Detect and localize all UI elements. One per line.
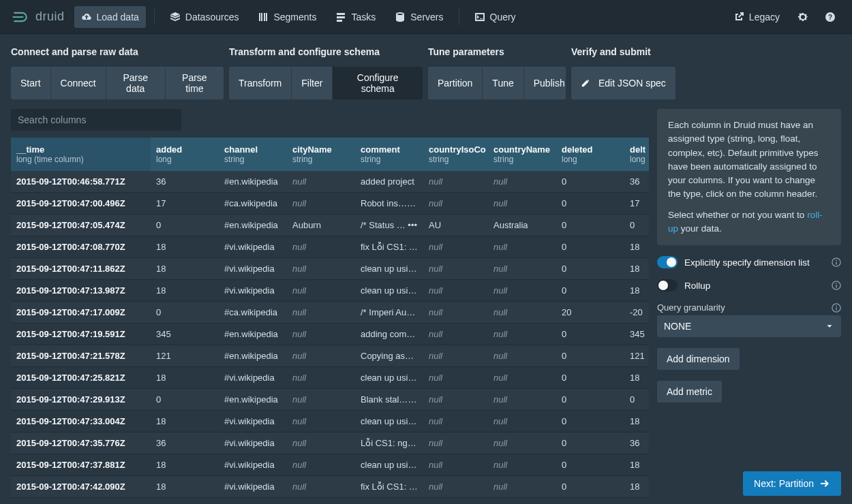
database-icon bbox=[395, 12, 406, 22]
nav-servers[interactable]: Servers bbox=[388, 6, 450, 28]
table-row[interactable]: 2015-09-12T00:47:33.004Z18#vi.wikipedian… bbox=[11, 411, 649, 432]
tab-configure-schema[interactable]: Configure schema bbox=[333, 67, 423, 99]
table-row[interactable]: 2015-09-12T00:46:58.771Z36#en.wikipedian… bbox=[11, 171, 649, 193]
nav-load-data[interactable]: Load data bbox=[74, 6, 146, 28]
nav-legacy[interactable]: Legacy bbox=[727, 6, 787, 28]
cell: null bbox=[287, 171, 355, 193]
cell: null bbox=[423, 454, 488, 476]
rollup-switch[interactable] bbox=[657, 279, 678, 292]
search-columns-input[interactable] bbox=[11, 109, 181, 131]
info-icon[interactable] bbox=[832, 303, 841, 313]
cell: null bbox=[287, 302, 355, 324]
cell: null bbox=[287, 432, 355, 454]
table-row[interactable]: 2015-09-12T00:47:44.963Z0#ru.wikipedianu… bbox=[11, 498, 649, 505]
explicit-dimensions-switch[interactable] bbox=[657, 256, 678, 268]
cell: null bbox=[423, 411, 488, 432]
svg-text:?: ? bbox=[828, 14, 832, 21]
cell: 0 bbox=[556, 193, 624, 215]
cell: 0 bbox=[556, 389, 624, 411]
table-row[interactable]: 2015-09-12T00:47:05.474Z0#en.wikipediaAu… bbox=[11, 215, 649, 236]
tab-edit-json[interactable]: Edit JSON spec bbox=[571, 67, 675, 99]
column-header-__time[interactable]: __timelong (time column) bbox=[11, 138, 151, 171]
cell-time: 2015-09-12T00:47:13.987Z bbox=[11, 280, 151, 302]
cell: null bbox=[287, 367, 355, 389]
cell: 0 bbox=[556, 171, 624, 193]
cell: null bbox=[488, 171, 556, 193]
column-header-cityName[interactable]: cityNamestring bbox=[287, 138, 355, 171]
cell: /* Status … ••• bbox=[355, 215, 423, 236]
table-row[interactable]: 2015-09-12T00:47:17.009Z0#ca.wikipedianu… bbox=[11, 302, 649, 324]
cell: Lỗi CS1: ngà… bbox=[355, 432, 423, 454]
nav-datasources[interactable]: Datasources bbox=[163, 6, 246, 28]
tab-transform[interactable]: Transform bbox=[229, 67, 292, 99]
tab-parse-data[interactable]: Parse data bbox=[106, 67, 166, 99]
granularity-select[interactable]: NONE bbox=[657, 315, 841, 337]
cell-time: 2015-09-12T00:47:19.591Z bbox=[11, 324, 151, 345]
cell: null bbox=[488, 432, 556, 454]
nav-settings[interactable] bbox=[792, 6, 814, 28]
cell: adding com… bbox=[355, 324, 423, 345]
table-row[interactable]: 2015-09-12T00:47:11.862Z18#vi.wikipedian… bbox=[11, 258, 649, 280]
segments-icon bbox=[258, 12, 269, 22]
tab-filter[interactable]: Filter bbox=[292, 67, 333, 99]
column-header-countryName[interactable]: countryNamestring bbox=[488, 138, 556, 171]
table-row[interactable]: 2015-09-12T00:47:13.987Z18#vi.wikipedian… bbox=[11, 280, 649, 302]
table-row[interactable]: 2015-09-12T00:47:19.591Z345#en.wikipedia… bbox=[11, 324, 649, 345]
cell: 18 bbox=[151, 411, 219, 432]
cell: 0 bbox=[151, 389, 219, 411]
table-row[interactable]: 2015-09-12T00:47:00.496Z17#ca.wikipedian… bbox=[11, 193, 649, 215]
cell: 18 bbox=[624, 280, 649, 302]
cell: null bbox=[488, 302, 556, 324]
nav-segments[interactable]: Segments bbox=[251, 6, 323, 28]
tab-parse-time[interactable]: Parse time bbox=[166, 67, 224, 99]
external-link-icon bbox=[733, 12, 744, 22]
cell: 18 bbox=[151, 367, 219, 389]
table-row[interactable]: 2015-09-12T00:47:25.821Z18#vi.wikipedian… bbox=[11, 367, 649, 389]
table-row[interactable]: 2015-09-12T00:47:21.578Z121#en.wikipedia… bbox=[11, 345, 649, 367]
tab-publish[interactable]: Publish bbox=[524, 67, 566, 99]
column-header-comment[interactable]: commentstring bbox=[355, 138, 423, 171]
nav-query[interactable]: Query bbox=[468, 6, 523, 28]
cell: AU bbox=[423, 215, 488, 236]
info-icon[interactable] bbox=[832, 257, 841, 267]
cell: 0 bbox=[624, 498, 649, 505]
add-metric-button[interactable]: Add metric bbox=[657, 381, 722, 403]
cell: Robot ins… ••• bbox=[355, 193, 423, 215]
cell: null bbox=[287, 411, 355, 432]
cell-time: 2015-09-12T00:47:21.578Z bbox=[11, 345, 151, 367]
tab-partition[interactable]: Partition bbox=[428, 67, 483, 99]
column-header-deleted[interactable]: deletedlong bbox=[556, 138, 624, 171]
edit-icon bbox=[581, 78, 590, 88]
tab-connect[interactable]: Connect bbox=[51, 67, 106, 99]
table-row[interactable]: 2015-09-12T00:47:37.881Z18#vi.wikipedian… bbox=[11, 454, 649, 476]
logo[interactable]: druid bbox=[11, 7, 65, 27]
table-row[interactable]: 2015-09-12T00:47:29.913Z0#en.wikipedianu… bbox=[11, 389, 649, 411]
data-table[interactable]: __timelong (time column)addedlongchannel… bbox=[11, 138, 649, 504]
cell: null bbox=[287, 324, 355, 345]
cell: 121 bbox=[151, 345, 219, 367]
column-header-delt[interactable]: deltlong bbox=[624, 138, 649, 171]
table-row[interactable]: 2015-09-12T00:47:42.090Z18#vi.wikipedian… bbox=[11, 476, 649, 498]
column-header-channel[interactable]: channelstring bbox=[219, 138, 287, 171]
tab-start[interactable]: Start bbox=[11, 67, 51, 99]
cell: null bbox=[287, 236, 355, 258]
cell-time: 2015-09-12T00:47:25.821Z bbox=[11, 367, 151, 389]
next-button[interactable]: Next: Partition bbox=[743, 471, 841, 496]
cell: /* Imperi Aus… bbox=[355, 302, 423, 324]
cell: #vi.wikipedia bbox=[219, 280, 287, 302]
cell: fix Lỗi CS1: n… bbox=[355, 476, 423, 498]
svg-rect-3 bbox=[836, 262, 836, 264]
nav-tasks[interactable]: Tasks bbox=[329, 6, 382, 28]
table-row[interactable]: 2015-09-12T00:47:35.776Z36#vi.wikipedian… bbox=[11, 432, 649, 454]
info-icon[interactable] bbox=[832, 281, 841, 290]
rollup-control: Rollup bbox=[657, 279, 841, 292]
nav-help[interactable]: ? bbox=[819, 6, 841, 28]
tasks-icon bbox=[335, 12, 346, 22]
add-dimension-button[interactable]: Add dimension bbox=[657, 348, 740, 370]
tab-tune[interactable]: Tune bbox=[483, 67, 523, 99]
column-header-countryIsoCo[interactable]: countryIsoCostring bbox=[423, 138, 488, 171]
table-row[interactable]: 2015-09-12T00:47:08.770Z18#vi.wikipedian… bbox=[11, 236, 649, 258]
column-header-added[interactable]: addedlong bbox=[151, 138, 219, 171]
stack-icon bbox=[170, 12, 181, 22]
cell: 18 bbox=[151, 258, 219, 280]
